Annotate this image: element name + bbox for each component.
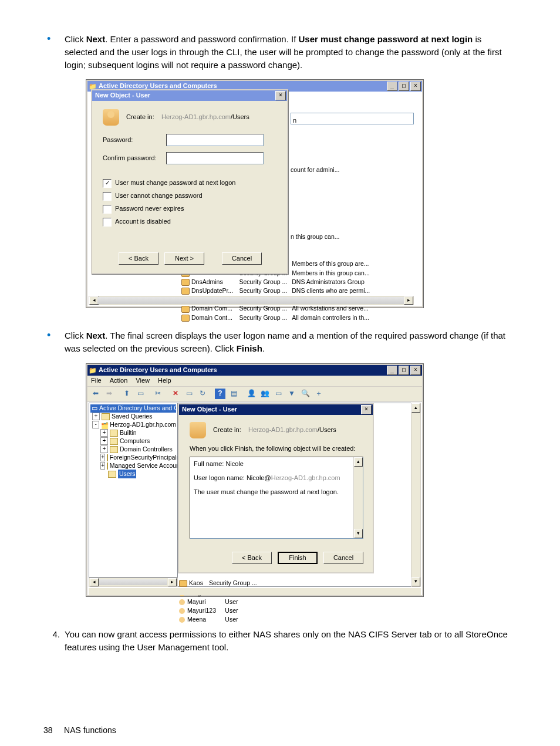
must-change-password-checkbox[interactable]: ✓ (103, 179, 112, 188)
maximize-button[interactable]: □ (399, 366, 409, 375)
tree-managed-service-accounts[interactable]: Managed Service Accounts (110, 461, 178, 470)
account-disabled-label: Account is disabled (115, 217, 171, 227)
folder-icon (107, 454, 108, 461)
expand-icon[interactable]: + (100, 445, 108, 453)
tree-saved-queries[interactable]: Saved Queries (112, 412, 152, 421)
scroll-right-button[interactable]: ▸ (404, 296, 413, 305)
expand-icon[interactable]: + (100, 462, 105, 470)
collapse-icon[interactable]: - (92, 421, 99, 428)
list-row[interactable]: Mayuri123User (179, 607, 242, 615)
scroll-down-button[interactable]: ▾ (411, 577, 420, 586)
account-disabled-checkbox[interactable] (103, 218, 112, 227)
vertical-scrollbar[interactable]: ▴ ▾ (411, 403, 421, 587)
page-number: 38 (43, 725, 53, 735)
list-row[interactable]: DnsAdminsSecurity Group ...DNS Administr… (181, 278, 373, 286)
new-group-icon[interactable]: 👥 (259, 388, 271, 400)
folder-icon (110, 446, 118, 453)
password-input[interactable] (166, 134, 264, 146)
main-window-title: Active Directory Users and Computers (97, 366, 387, 375)
list-row[interactable]: MayuriUser (179, 598, 242, 606)
list-row[interactable]: Domain Cont...Security Group ...All doma… (181, 314, 373, 322)
new-user-icon[interactable]: 👤 (245, 388, 257, 400)
close-button[interactable]: × (410, 82, 421, 91)
cut-icon[interactable]: ✂ (152, 388, 164, 400)
list-row[interactable]: MeenaUser (179, 616, 242, 623)
screenshot-2: 📁 Active Directory Users and Computers _… (86, 363, 424, 597)
scroll-up-button[interactable]: ▴ (411, 403, 420, 413)
intro-line: When you click Finish, the following obj… (190, 444, 363, 454)
tree-view[interactable]: ▭ Active Directory Users and Comput +Sav… (89, 403, 178, 578)
cannot-change-password-checkbox[interactable] (103, 192, 112, 201)
back-button[interactable]: < Back (232, 552, 272, 564)
cannot-change-password-label: User cannot change password (115, 191, 203, 201)
menu-action[interactable]: Action (110, 376, 128, 386)
page-icon[interactable]: ▭ (183, 388, 195, 400)
tree-horizontal-scrollbar[interactable]: ◂ ▸ (89, 578, 178, 587)
tree-domain-controllers[interactable]: Domain Controllers (120, 445, 173, 454)
back-icon[interactable]: ⬅ (90, 388, 102, 400)
properties-icon[interactable]: ▭ (134, 388, 146, 400)
tree-foreign-security-principals[interactable]: ForeignSecurityPrincipals (110, 453, 178, 462)
dialog-close-button[interactable]: × (361, 405, 372, 414)
minimize-button[interactable]: _ (387, 366, 397, 375)
tree-builtin[interactable]: Builtin (120, 428, 137, 437)
up-icon[interactable]: ⬆ (121, 388, 133, 400)
back-button[interactable]: < Back (119, 252, 158, 265)
tree-root[interactable]: ▭ Active Directory Users and Comput (90, 404, 176, 413)
expand-icon[interactable]: + (92, 413, 100, 420)
folder-icon (108, 471, 116, 478)
dialog-title: New Object - User (93, 91, 275, 100)
snippet-text: n this group can... (291, 232, 339, 241)
horizontal-scrollbar[interactable]: ◂ ▸ (89, 296, 414, 305)
group-icon (181, 306, 190, 313)
new-ou-icon[interactable]: ▭ (272, 388, 284, 400)
bullet-2-text: Click Next. The final screen displays th… (65, 330, 505, 353)
scroll-up-button[interactable]: ▴ (354, 457, 363, 467)
expand-icon[interactable]: + (100, 429, 108, 437)
tree-computers[interactable]: Computers (120, 437, 150, 445)
menu-file[interactable]: File (91, 376, 102, 386)
add-icon[interactable]: ＋ (313, 388, 325, 400)
help-icon[interactable]: ? (214, 388, 226, 400)
password-never-expires-checkbox[interactable] (103, 205, 112, 214)
new-object-user-dialog: New Object - User × Create in: (178, 403, 374, 574)
step-4: 4. You can now grant access permissions … (43, 628, 517, 654)
group-icon (181, 279, 190, 286)
list-row[interactable]: DnsUpdatePr...Security Group ...DNS clie… (181, 287, 373, 295)
delete-icon[interactable]: ✕ (170, 388, 181, 400)
close-button[interactable]: × (410, 366, 421, 375)
confirm-password-input[interactable] (166, 152, 264, 164)
summary-scrollbar[interactable]: ▴ ▾ (353, 457, 363, 538)
tree-users[interactable]: Users (118, 470, 136, 478)
cancel-button[interactable]: Cancel (323, 552, 363, 564)
filter-icon[interactable]: ▼ (286, 388, 298, 400)
expand-icon[interactable]: + (100, 454, 105, 461)
maximize-button[interactable]: □ (399, 82, 409, 91)
bullet-1-text: Click Next. Enter a password and passwor… (65, 34, 502, 70)
next-button[interactable]: Next > (164, 252, 204, 265)
status-bar (89, 588, 421, 595)
find-icon[interactable]: 🔍 (299, 388, 311, 400)
footer-section: NAS functions (64, 725, 116, 735)
menu-view[interactable]: View (136, 376, 150, 386)
forward-icon[interactable]: ➡ (103, 388, 115, 400)
scroll-right-button[interactable]: ▸ (168, 578, 177, 586)
summary-box: Full name: Nicole User logon name: Nicol… (190, 457, 363, 539)
minimize-button[interactable]: _ (387, 82, 397, 91)
new-object-user-dialog: New Object - User × Create in: Herzog-AD… (91, 89, 288, 274)
scroll-left-button[interactable]: ◂ (90, 578, 99, 586)
tree-domain[interactable]: Herzog-AD1.gbr.hp.com (110, 420, 176, 429)
dialog-close-button[interactable]: × (275, 91, 286, 100)
refresh-icon[interactable]: ↻ (197, 388, 208, 400)
user-icon (179, 617, 185, 623)
scroll-down-button[interactable]: ▾ (354, 529, 363, 538)
user-icon (179, 608, 185, 614)
finish-button[interactable]: Finish (278, 552, 318, 564)
expand-icon[interactable]: + (100, 437, 108, 445)
create-in-row: Create in: Herzog-AD1.gbr.hp.com/Users (126, 113, 249, 122)
bg-objects-list: KaosSecurity Group ... Long NameUserMayu… (178, 578, 263, 625)
menu-help[interactable]: Help (158, 376, 171, 386)
list-icon[interactable]: ▤ (228, 388, 239, 400)
cancel-button[interactable]: Cancel (222, 252, 262, 265)
list-row[interactable]: Domain Com...Security Group ...All works… (181, 305, 373, 312)
